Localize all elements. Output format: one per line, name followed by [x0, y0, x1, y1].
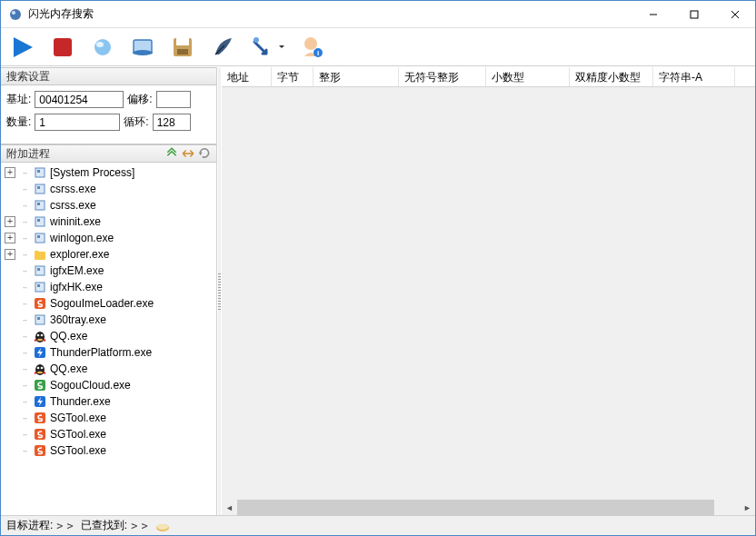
column-header[interactable]: 无符号整形 [399, 67, 486, 86]
stop-button[interactable] [48, 33, 77, 62]
process-row[interactable]: +··wininit.exe [5, 213, 213, 230]
found-count-label: 已查找到: [81, 518, 127, 533]
tree-line: ·· [19, 379, 30, 392]
scroll-thumb[interactable] [237, 500, 714, 515]
svg-text:i: i [317, 49, 319, 57]
svg-rect-25 [37, 203, 40, 205]
tree-line: ·· [19, 412, 30, 424]
process-name: SGTool.exe [50, 444, 106, 457]
process-row[interactable]: ··csrss.exe [5, 181, 213, 197]
sogou-icon [34, 412, 46, 424]
process-panel-title: 附加进程 [6, 146, 50, 162]
column-header[interactable]: 字节 [272, 67, 313, 86]
window-title: 闪光内存搜索 [28, 6, 632, 22]
process-row[interactable]: ··SGTool.exe [5, 426, 213, 442]
tree-spacer [5, 429, 15, 440]
loop-input[interactable] [153, 114, 191, 131]
expand-icon[interactable] [165, 147, 178, 160]
svg-point-8 [94, 39, 111, 55]
scroll-right-arrow[interactable]: ► [740, 500, 755, 515]
process-row[interactable]: +··[System Process] [5, 164, 213, 181]
expand-toggle[interactable]: + [5, 216, 15, 227]
column-header[interactable]: 小数型 [486, 67, 570, 86]
minimize-button[interactable] [632, 1, 673, 27]
collapse-icon[interactable] [182, 147, 194, 160]
svg-point-10 [133, 50, 153, 55]
column-header[interactable]: 地址 [222, 67, 272, 86]
maximize-button[interactable] [673, 1, 714, 27]
process-row[interactable]: ··Thunder.exe [5, 393, 213, 410]
process-row[interactable]: ··QQ.exe [5, 328, 213, 344]
feather-button[interactable] [208, 33, 237, 62]
thunder-icon [34, 395, 46, 408]
svg-rect-31 [35, 251, 39, 253]
process-tree[interactable]: +··[System Process]··csrss.exe··csrss.ex… [1, 163, 216, 515]
open-button[interactable] [128, 33, 157, 62]
horizontal-scrollbar[interactable]: ◄ ► [222, 500, 755, 515]
play-button[interactable] [8, 33, 37, 62]
process-row[interactable]: ··ThunderPlatform.exe [5, 344, 213, 361]
tree-line: ·· [19, 346, 30, 359]
svg-rect-35 [37, 284, 40, 287]
sogou-icon [34, 444, 46, 457]
globe-button[interactable] [88, 33, 117, 62]
save-button[interactable] [168, 33, 197, 62]
tree-line: ·· [19, 313, 30, 326]
tree-line: ·· [19, 215, 30, 228]
chevron-icon: > [131, 520, 137, 532]
refresh-icon[interactable] [198, 147, 211, 160]
process-row[interactable]: ··QQ.exe [5, 361, 213, 377]
process-name: igfxEM.exe [50, 264, 104, 277]
column-header[interactable]: 双精度小数型 [570, 67, 653, 86]
process-row[interactable]: +··explorer.exe [5, 246, 213, 263]
tree-spacer [5, 445, 15, 456]
expand-toggle[interactable]: + [5, 249, 15, 260]
app-icon [34, 232, 46, 244]
base-address-input[interactable] [35, 91, 124, 108]
results-table-header: 地址字节整形无符号整形小数型双精度小数型字符串-A [222, 67, 755, 87]
process-row[interactable]: ··SGTool.exe [5, 410, 213, 426]
svg-rect-13 [177, 49, 188, 55]
tree-line: ·· [19, 297, 30, 310]
process-row[interactable]: ··360tray.exe [5, 312, 213, 328]
process-name: winlogon.exe [50, 232, 114, 244]
process-row[interactable]: ··igfxEM.exe [5, 263, 213, 279]
process-row[interactable]: ··SogouImeLoader.exe [5, 295, 213, 312]
tree-line: ·· [19, 264, 30, 277]
title-bar: 闪光内存搜索 [1, 1, 755, 28]
offset-input[interactable] [156, 91, 191, 108]
svg-point-15 [254, 37, 259, 43]
process-row[interactable]: +··winlogon.exe [5, 230, 213, 246]
expand-toggle[interactable]: + [5, 167, 15, 178]
settings-dropdown[interactable] [248, 33, 277, 62]
svg-point-40 [37, 334, 40, 337]
process-name: csrss.exe [50, 199, 96, 212]
process-row[interactable]: ··igfxHK.exe [5, 279, 213, 295]
app-icon [34, 166, 46, 179]
tree-spacer [5, 363, 15, 374]
process-name: explorer.exe [50, 248, 109, 261]
chevron-icon: > [56, 520, 63, 532]
svg-rect-38 [37, 317, 40, 320]
count-input[interactable] [35, 114, 120, 131]
svg-rect-12 [176, 38, 189, 45]
process-name: wininit.exe [50, 215, 101, 228]
sogou-icon [34, 428, 46, 441]
column-header[interactable]: 整形 [313, 67, 399, 86]
chevron-icon: > [141, 520, 147, 532]
svg-rect-33 [37, 268, 40, 271]
search-settings-header: 搜索设置 [1, 67, 216, 85]
folder-icon [34, 248, 46, 261]
expand-toggle[interactable]: + [5, 233, 15, 243]
process-row[interactable]: ··SogouCloud.exe [5, 377, 213, 393]
scroll-left-arrow[interactable]: ◄ [222, 500, 237, 515]
process-row[interactable]: ··csrss.exe [5, 197, 213, 213]
column-header[interactable]: 字符串-A [653, 67, 735, 86]
svg-point-9 [96, 42, 104, 47]
svg-point-47 [41, 367, 44, 370]
close-button[interactable] [714, 1, 755, 27]
process-name: csrss.exe [50, 183, 96, 195]
process-row[interactable]: ··SGTool.exe [5, 442, 213, 459]
tree-line: ·· [19, 428, 30, 441]
help-button[interactable]: i [297, 33, 326, 62]
